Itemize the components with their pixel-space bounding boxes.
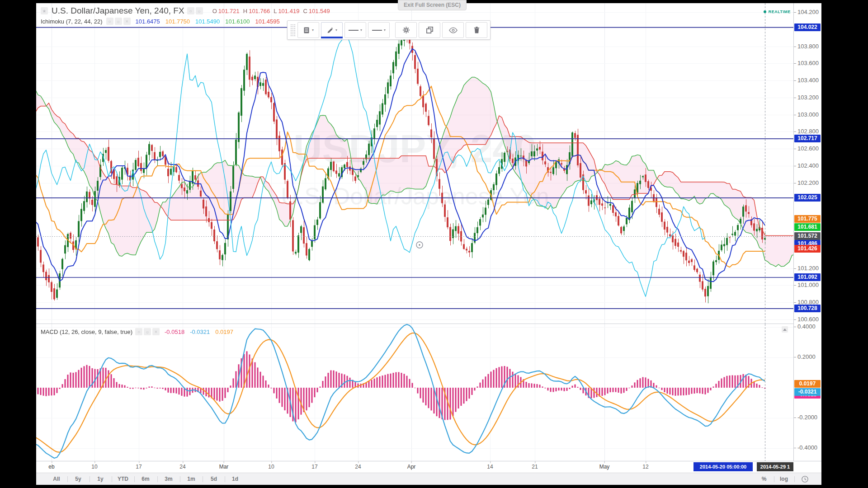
price-axis-badge: 101.681 [794,223,821,231]
footer-divider [794,476,795,482]
ichimoku-value: 101.5490 [195,18,220,25]
price-axis-tick: 101.000 [797,282,819,288]
realtime-dot-icon [764,10,766,13]
time-axis[interactable]: eb101724Mar101724Apr1421May122014-05-20 … [36,461,821,473]
time-axis-tick: 24 [179,464,185,470]
ohlc-key: O [212,8,217,14]
price-axis-badge: 101.092 [794,273,821,281]
price-axis-badge: 101.775 [794,215,821,223]
favorite-star-icon[interactable]: ★ [41,7,48,14]
macd-axis-tick: -0.4000 [797,444,817,451]
chart-style-button[interactable]: ▾ [297,22,319,38]
macd-axis-tick: 0.2000 [797,353,816,360]
symbol-title: U.S. Dollar/Japanese Yen, 240, FX [52,6,184,16]
percent-scale-button[interactable]: % [762,476,767,482]
visibility-button[interactable] [442,22,464,38]
macd-values: -0.0518-0.03210.0197 [165,328,239,336]
draw-tool-button[interactable]: ▾ [321,22,343,38]
macd-pane[interactable]: MACD (12, 26, close, 9, false, true) ○ ☼… [36,324,793,461]
bottom-toolbar: All5y1yYTD6m3m1m5d1d%log [36,473,821,485]
trash-icon [473,26,480,34]
duplicate-icon [426,26,434,34]
macd-axis-badge: -0.0321 [794,388,821,396]
log-scale-button[interactable]: log [780,476,788,482]
price-axis[interactable]: 104.200103.800103.600103.400103.200103.0… [793,3,821,461]
ichimoku-settings-icon[interactable]: ☼ [115,18,122,25]
ohlc-key: H [243,8,247,14]
macd-settings-icon[interactable]: ☼ [144,328,151,335]
range-button-1d[interactable]: 1d [232,476,238,482]
duplicate-button[interactable] [419,22,440,38]
footer-divider [225,476,225,482]
price-pane[interactable]: ★ U.S. Dollar/Japanese Yen, 240, FX ○ ☼ … [36,3,793,324]
price-pane-canvas[interactable] [36,3,793,324]
macd-header: MACD (12, 26, close, 9, false, true) ○ ☼… [41,328,239,336]
range-button-6m[interactable]: 6m [142,476,149,482]
symbol-eye-icon[interactable]: ○ [187,7,194,14]
delete-button[interactable] [466,22,487,38]
ichimoku-value: 101.7750 [165,18,190,25]
time-axis-tick: 17 [311,464,317,470]
symbol-settings-icon[interactable]: ☼ [196,7,203,14]
ichimoku-value: 101.6100 [225,18,250,25]
ichimoku-close-icon[interactable]: × [123,18,131,25]
range-button-ytd[interactable]: YTD [118,476,128,482]
macd-value: -0.0518 [165,328,184,335]
line-style-button-2[interactable]: ▾ [368,22,390,38]
footer-divider [134,476,135,482]
price-axis-tick: 102.600 [797,145,819,152]
macd-label: MACD (12, 26, close, 9, false, true) [41,328,132,335]
time-axis-tick: 10 [91,464,97,470]
macd-axis-tick: -0.2000 [797,414,817,421]
price-axis-tick: 103.400 [797,77,819,84]
ohlc-readout: O101.721H101.766L101.419C101.549 [209,8,330,14]
price-axis-tick: 102.400 [797,162,819,169]
ohlc-value: 101.766 [249,8,270,14]
line-icon [372,30,382,31]
price-axis-badge: 104.022 [794,23,821,31]
macd-pane-canvas[interactable] [36,324,793,461]
time-axis-tick: 24 [355,464,361,470]
time-axis-tick: May [599,464,610,470]
macd-close-icon[interactable]: × [152,328,160,335]
price-axis-badge: 101.426 [794,245,821,253]
document-icon [303,27,310,34]
pencil-icon [326,27,334,34]
clock-icon[interactable] [801,475,809,483]
ohlc-value: 101.721 [218,8,240,14]
time-axis-tick: eb [48,464,54,470]
pane-expand-button[interactable] [782,326,788,333]
range-button-all[interactable]: All [53,476,60,482]
footer-divider [157,476,158,482]
range-button-1y[interactable]: 1y [97,476,103,482]
price-axis-badge: 100.728 [794,305,821,312]
ichimoku-eye-icon[interactable]: ○ [106,18,113,25]
ichimoku-value: 101.6475 [136,18,160,25]
range-button-3m[interactable]: 3m [165,476,172,482]
macd-value: 0.0197 [215,328,233,335]
price-axis-tick: 100.600 [797,316,819,323]
ichimoku-value: 101.4595 [255,18,280,25]
range-button-5d[interactable]: 5d [211,476,217,482]
range-button-5y[interactable]: 5y [75,476,81,482]
footer-divider [90,476,90,482]
realtime-status: REALTIME [764,9,791,14]
time-axis-badge: 2014-05-29 1 [757,462,793,471]
footer-divider [112,476,112,482]
toolbar-drag-handle[interactable] [290,23,295,37]
settings-button[interactable] [395,22,417,38]
price-axis-tick: 104.200 [797,9,819,15]
ichimoku-values: 101.6475101.7750101.5490101.6100101.4595 [136,17,285,25]
drawing-toolbar: ▾ ▾ ▾ ▾ [287,20,491,40]
ohlc-key: L [274,8,277,14]
gear-icon [402,26,410,34]
ohlc-value: 101.419 [278,8,299,14]
eye-icon [449,27,458,33]
macd-eye-icon[interactable]: ○ [135,328,142,335]
macd-axis-badge: 0.0197 [794,380,821,388]
range-button-1m[interactable]: 1m [187,476,195,482]
price-axis-tick: 103.600 [797,60,819,66]
realtime-label: REALTIME [769,9,791,14]
line-style-button-1[interactable]: ▾ [344,22,366,38]
time-axis-tick: 14 [487,464,493,470]
